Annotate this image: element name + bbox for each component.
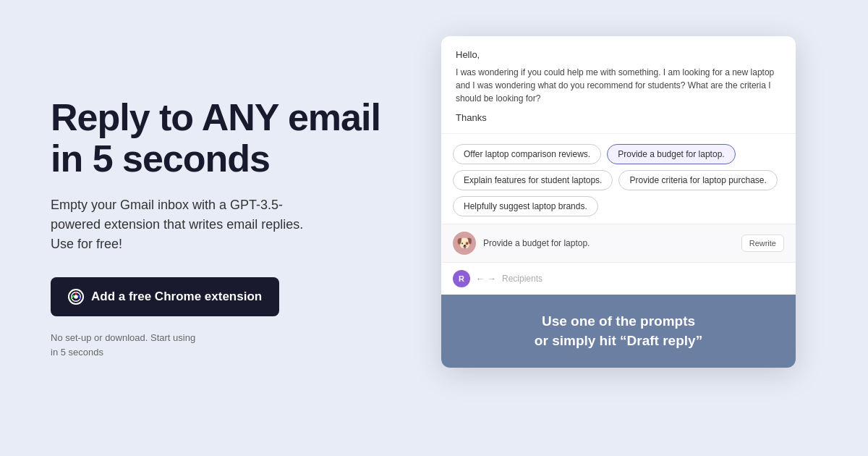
prompts-area: Offer laptop comparison reviews. Provide… [441, 134, 796, 224]
cta-button[interactable]: Add a free Chrome extension [51, 277, 279, 316]
rewrite-button[interactable]: Rewrite [741, 235, 784, 252]
cta-label: Add a free Chrome extension [91, 290, 262, 304]
browser-card: Hello, I was wondering if you could help… [441, 36, 796, 368]
chrome-icon [68, 289, 84, 305]
prompt-chip-1[interactable]: Offer laptop comparison reviews. [453, 144, 601, 164]
main-headline: Reply to ANY email in 5 seconds [51, 97, 398, 180]
prompts-row-1: Offer laptop comparison reviews. Provide… [453, 144, 784, 164]
left-panel: Reply to ANY email in 5 seconds Empty yo… [51, 97, 398, 359]
selected-prompt-text: Provide a budget for laptop. [483, 238, 734, 248]
subheadline: Empty your Gmail inbox with a GPT-3.5-po… [51, 195, 318, 254]
email-sign-off: Thanks [456, 112, 781, 123]
r-avatar: R [453, 270, 470, 287]
right-panel: Hello, I was wondering if you could help… [441, 36, 817, 420]
banner-line1: Use one of the prompts [542, 313, 695, 329]
page-wrapper: Reply to ANY email in 5 seconds Empty yo… [0, 0, 868, 456]
banner-text: Use one of the prompts or simply hit “Dr… [456, 312, 781, 350]
recipients-label: Recipients [502, 274, 542, 284]
prompt-chip-4[interactable]: Provide criteria for laptop purchase. [618, 170, 777, 190]
bottom-banner: Use one of the prompts or simply hit “Dr… [441, 295, 796, 368]
svg-point-1 [74, 295, 78, 299]
email-body: I was wondering if you could help me wit… [456, 66, 781, 105]
prompt-chip-5[interactable]: Helpfully suggest laptop brands. [453, 196, 598, 216]
reply-arrows-icon: ←→ [476, 274, 496, 284]
banner-line2: or simply hit “Draft reply” [535, 333, 702, 348]
no-setup-text: No set-up or download. Start using in 5 … [51, 331, 398, 359]
email-greeting: Hello, [456, 49, 781, 60]
prompts-row-3: Helpfully suggest laptop brands. [453, 196, 784, 216]
prompt-input-area: 🐶 Provide a budget for laptop. Rewrite [441, 224, 796, 262]
email-header: Hello, I was wondering if you could help… [441, 36, 796, 134]
prompt-chip-3[interactable]: Explain features for student laptops. [453, 170, 613, 190]
headline-line1: Reply to ANY email [51, 96, 380, 138]
dog-avatar: 🐶 [453, 232, 476, 255]
prompts-row-2: Explain features for student laptops. Pr… [453, 170, 784, 190]
headline-line2: in 5 seconds [51, 138, 270, 180]
prompt-chip-2[interactable]: Provide a budget for laptop. [607, 144, 735, 164]
recipients-bar: R ←→ Recipients [441, 262, 796, 295]
